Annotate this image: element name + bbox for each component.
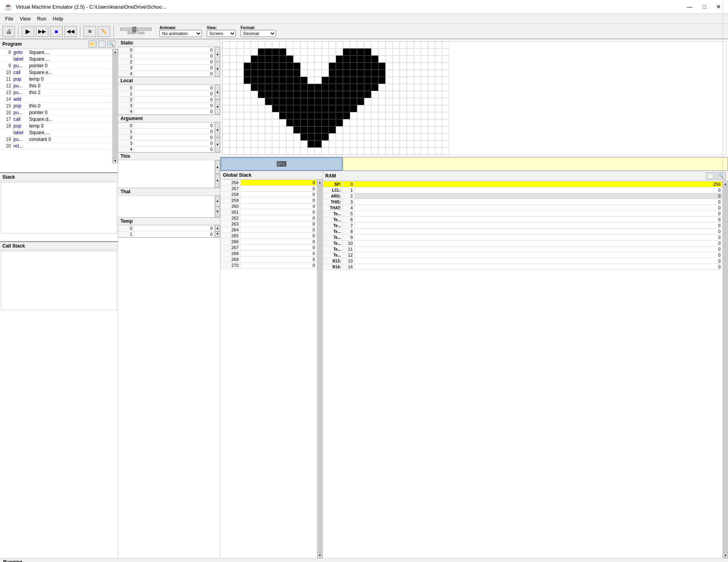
pixel-cell bbox=[371, 84, 378, 91]
this-scroll-up[interactable]: ▲ bbox=[215, 160, 220, 174]
program-row[interactable]: 18 pop temp 0 bbox=[0, 123, 112, 129]
pixel-cell bbox=[315, 148, 322, 155]
rewind-button[interactable]: ◀◀ bbox=[64, 26, 77, 37]
argument-scroll-up[interactable]: ▲ bbox=[215, 122, 220, 137]
pixel-cell bbox=[265, 84, 272, 91]
pixel-cell bbox=[378, 84, 385, 91]
local-scroll-up[interactable]: ▲ bbox=[215, 85, 220, 100]
run-button[interactable]: ▶▶ bbox=[36, 26, 48, 37]
that-scroll-up[interactable]: ▲ bbox=[215, 196, 220, 207]
pixel-cell bbox=[258, 112, 265, 119]
step-button[interactable]: ▶ bbox=[22, 26, 34, 37]
program-list[interactable]: 8 goto Square.... label Square.... 9 pu.… bbox=[0, 49, 112, 163]
pixel-cell bbox=[222, 126, 230, 133]
gs-scroll-down[interactable]: ▼ bbox=[317, 553, 322, 558]
table-row: 2570 bbox=[221, 186, 317, 192]
pixel-cell bbox=[350, 105, 357, 112]
maximize-btn[interactable]: □ bbox=[700, 3, 709, 11]
pixel-cell bbox=[414, 133, 421, 140]
menu-view[interactable]: View bbox=[17, 15, 34, 22]
pixel-cell bbox=[336, 77, 343, 84]
prog-instr: add bbox=[13, 96, 29, 102]
program-row[interactable]: 16 pu... pointer 0 bbox=[0, 109, 112, 116]
program-row[interactable]: 19 pu... constant 0 bbox=[0, 136, 112, 143]
temp-scroll-down[interactable]: ▼ bbox=[215, 231, 220, 238]
ram-val: 0 bbox=[355, 217, 722, 223]
local-scroll-down[interactable]: ▼ bbox=[215, 100, 220, 115]
static-scroll-down[interactable]: ▼ bbox=[215, 62, 220, 77]
pixel-cell bbox=[336, 55, 343, 63]
temp-scroll-up[interactable]: ▲ bbox=[215, 225, 220, 231]
table-row: 2600 bbox=[221, 203, 317, 209]
pixel-cell bbox=[428, 55, 435, 63]
table-row: Te... 10 0 bbox=[323, 240, 722, 246]
static-scroll-up[interactable]: ▲ bbox=[215, 47, 220, 62]
local-table: 00 10 20 30 40 bbox=[118, 85, 215, 115]
program-row[interactable]: 17 call Square.d... bbox=[0, 116, 112, 123]
pixel-cell bbox=[265, 63, 272, 70]
program-row[interactable]: 11 pop temp 0 bbox=[0, 76, 112, 83]
program-row[interactable]: 10 call Square.e... bbox=[0, 69, 112, 76]
script-button[interactable]: ✏️ bbox=[98, 26, 110, 37]
ram-scroll-down[interactable]: ▼ bbox=[723, 553, 728, 558]
this-scroll-down[interactable]: ▼ bbox=[215, 174, 220, 188]
pixel-cell bbox=[385, 98, 393, 105]
ram-new-btn[interactable]: 📄 bbox=[706, 172, 715, 179]
program-row[interactable]: 12 pu... this 0 bbox=[0, 83, 112, 89]
program-scroll-thumb[interactable] bbox=[113, 55, 118, 158]
prog-num: 8 bbox=[2, 50, 13, 55]
menu-run[interactable]: Run bbox=[34, 15, 50, 22]
pixel-cell bbox=[400, 148, 407, 155]
minimize-btn[interactable]: — bbox=[684, 3, 696, 11]
program-search-btn[interactable]: 🔍 bbox=[107, 41, 115, 48]
animate-select[interactable]: No animation Show all Program counter bbox=[159, 30, 202, 37]
print-button[interactable]: 🖨 bbox=[2, 26, 15, 37]
pixel-cell bbox=[393, 126, 400, 133]
program-open-btn[interactable]: 📁 bbox=[89, 41, 96, 48]
gs-addr: 257 bbox=[221, 186, 241, 192]
local-table-wrapper: 00 10 20 30 40 bbox=[118, 85, 215, 115]
gs-scroll-up[interactable]: ▲ bbox=[317, 179, 322, 185]
pixel-cell bbox=[393, 63, 400, 70]
menu-help[interactable]: Help bbox=[50, 15, 67, 22]
ram-idx: 11 bbox=[343, 246, 355, 252]
program-row[interactable]: 15 pop this 0 bbox=[0, 103, 112, 109]
program-row[interactable]: 9 pu... pointer 0 bbox=[0, 63, 112, 69]
ram-idx: 12 bbox=[343, 252, 355, 258]
gs-scroll-thumb[interactable] bbox=[317, 185, 322, 553]
ram-label: Te... bbox=[323, 252, 343, 258]
format-select[interactable]: Decimal Hexadecimal Binary bbox=[241, 30, 276, 37]
argument-scroll-down[interactable]: ▼ bbox=[215, 137, 220, 152]
program-new-btn[interactable]: 📄 bbox=[98, 41, 106, 48]
stop-button[interactable]: ■ bbox=[50, 26, 63, 37]
global-stack-table: 2560 2570 2580 2590 2600 2610 2620 2630 … bbox=[220, 179, 317, 558]
program-row[interactable]: label Square.... bbox=[0, 56, 112, 63]
program-row[interactable]: 8 goto Square.... bbox=[0, 49, 112, 56]
pixel-cell bbox=[251, 133, 258, 140]
pixel-cell bbox=[300, 63, 308, 70]
pixel-cell bbox=[329, 119, 336, 126]
pixel-cell bbox=[407, 148, 414, 155]
pixel-cell bbox=[407, 112, 414, 119]
gs-val: 0 bbox=[241, 245, 317, 251]
gs-scrollbar[interactable]: ▲ ▼ bbox=[317, 179, 322, 558]
program-scroll-down[interactable]: ▼ bbox=[113, 158, 118, 163]
speed-slider-thumb[interactable] bbox=[132, 27, 136, 32]
menu-file[interactable]: File bbox=[2, 15, 17, 22]
cpu-button[interactable]: 🖥 bbox=[83, 26, 96, 37]
pixel-cell bbox=[357, 70, 364, 77]
program-row[interactable]: 14 add bbox=[0, 96, 112, 103]
program-row[interactable]: 13 pu... this 2 bbox=[0, 89, 112, 96]
program-scroll-up[interactable]: ▲ bbox=[113, 49, 118, 55]
program-row[interactable]: 20 ret... bbox=[0, 143, 112, 150]
program-scrollbar[interactable]: ▲ ▼ bbox=[112, 49, 118, 163]
view-select[interactable]: Screen Keyboard Memory bbox=[207, 30, 236, 37]
static-idx: 0 bbox=[119, 47, 134, 53]
pixel-cell bbox=[364, 48, 371, 55]
program-row[interactable]: label Square.... bbox=[0, 129, 112, 136]
ram-data: SP: 0 256 LCL: 1 0 ARG: 2 bbox=[323, 181, 722, 270]
that-scroll-down[interactable]: ▼ bbox=[215, 207, 220, 218]
pixel-cell bbox=[393, 119, 400, 126]
temp-scrollbar: ▲ ▼ bbox=[215, 225, 220, 237]
pixel-cell bbox=[371, 41, 378, 48]
